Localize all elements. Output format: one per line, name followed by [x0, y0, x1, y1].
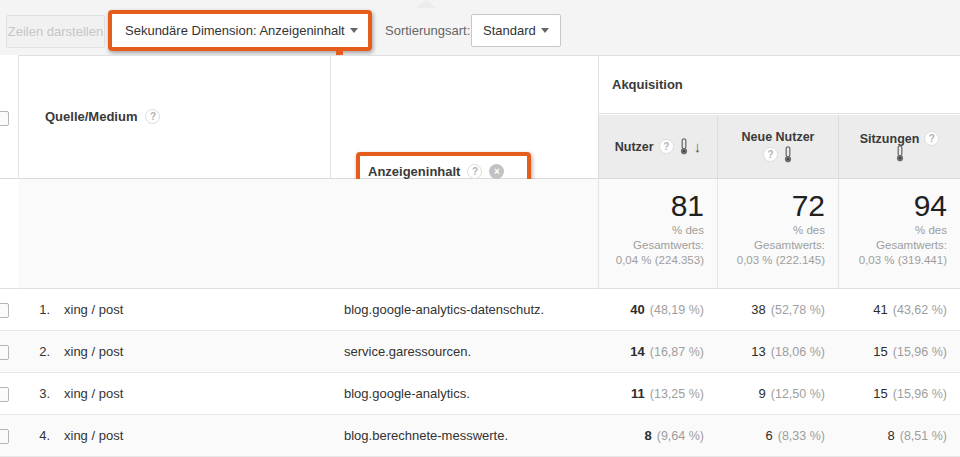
summary-users-pct: % des Gesamtwerts: 0,04 % (224.353) [599, 223, 704, 268]
source-medium-value: xing / post [64, 331, 123, 372]
acquisition-label: Akquisition [612, 77, 683, 92]
summary-new-users-pct: % des Gesamtwerts: 0,03 % (222.145) [718, 223, 825, 268]
row-checkbox[interactable] [0, 303, 9, 318]
thermometer-icon[interactable] [895, 145, 905, 162]
column-header-source-medium[interactable]: Quelle/Medium ? [18, 55, 330, 178]
row-index: 2. [22, 331, 50, 372]
summary-sessions-pct: % des Gesamtwerts: 0,03 % (319.441) [839, 223, 947, 268]
data-table: Quelle/Medium ? Anzeigeninhalt ? × Akqui… [0, 55, 960, 457]
help-icon[interactable]: ? [763, 147, 778, 162]
summary-sessions-value: 94 [839, 189, 947, 223]
new-users-label: Neue Nutzer [742, 130, 815, 144]
help-icon[interactable]: ? [467, 164, 482, 179]
ad-content-value: blog.google-analytics-datenschutz. [344, 289, 544, 330]
ad-content-value: blog.berechnete-messwerte. [344, 415, 508, 456]
users-cell: 14 (16,87 %) [598, 331, 717, 372]
sessions-cell: 41 (43,62 %) [838, 289, 960, 330]
table-row[interactable]: 2. xing / post service.garessourcen. 14 … [0, 331, 960, 373]
summary-users-value: 81 [599, 189, 704, 223]
chevron-down-icon [541, 28, 549, 33]
column-header-sessions[interactable]: Sitzungen ? [838, 115, 960, 178]
close-icon[interactable]: × [489, 164, 504, 179]
source-medium-value: xing / post [64, 415, 123, 456]
help-icon[interactable]: ? [924, 131, 939, 146]
new-users-cell: 9 (12,50 %) [717, 373, 838, 414]
users-cell: 11 (13,25 %) [598, 373, 717, 414]
summary-new-users-value: 72 [718, 189, 825, 223]
row-checkbox[interactable] [0, 429, 9, 444]
summary-row: 81 % des Gesamtwerts: 0,04 % (224.353) 7… [0, 178, 960, 289]
tooltip-caret [416, 0, 436, 8]
analytics-table-page: Zeilen darstellen Sekundäre Dimension: A… [0, 0, 960, 457]
sessions-cell: 15 (15,96 %) [838, 331, 960, 372]
table-body: 1. xing / post blog.google-analytics-dat… [0, 289, 960, 457]
table-row[interactable]: 1. xing / post blog.google-analytics-dat… [0, 289, 960, 331]
table-row[interactable]: 3. xing / post blog.google-analytics. 11… [0, 373, 960, 415]
show-rows-button[interactable]: Zeilen darstellen [6, 15, 105, 48]
ad-content-value: blog.google-analytics. [344, 373, 470, 414]
row-checkbox[interactable] [0, 345, 9, 360]
new-users-cell: 13 (18,06 %) [717, 331, 838, 372]
new-users-cell: 38 (52,78 %) [717, 289, 838, 330]
select-all-checkbox[interactable] [0, 111, 9, 126]
source-medium-value: xing / post [64, 373, 123, 414]
table-row[interactable]: 4. xing / post blog.berechnete-messwerte… [0, 415, 960, 457]
sessions-cell: 8 (8,51 %) [838, 415, 960, 456]
summary-new-users: 72 % des Gesamtwerts: 0,03 % (222.145) [717, 179, 838, 288]
users-cell: 8 (9,64 %) [598, 415, 717, 456]
sessions-label: Sitzungen [860, 132, 920, 146]
summary-spacer [18, 179, 598, 288]
column-header-new-users[interactable]: Neue Nutzer ? [717, 115, 838, 178]
divider [330, 55, 331, 178]
sessions-cell: 15 (15,96 %) [838, 373, 960, 414]
metric-header-row: Nutzer ? ↓ Neue Nutzer ? [598, 115, 960, 178]
secondary-dimension-dropdown[interactable]: Sekundäre Dimension: Anzeigeninhalt [112, 14, 368, 47]
summary-users: 81 % des Gesamtwerts: 0,04 % (224.353) [598, 179, 717, 288]
users-label: Nutzer [615, 140, 654, 154]
group-header-acquisition: Akquisition [598, 55, 960, 114]
new-users-cell: 6 (8,33 %) [717, 415, 838, 456]
column-header-users[interactable]: Nutzer ? ↓ [598, 115, 717, 178]
toolbar: Zeilen darstellen Sekundäre Dimension: A… [0, 0, 960, 55]
row-index: 4. [22, 415, 50, 456]
thermometer-icon[interactable] [783, 146, 793, 163]
summary-sessions: 94 % des Gesamtwerts: 0,03 % (319.441) [838, 179, 960, 288]
source-medium-label: Quelle/Medium [45, 109, 137, 124]
users-cell: 40 (48,19 %) [598, 289, 717, 330]
sort-type-dropdown[interactable]: Standard [471, 14, 561, 47]
source-medium-value: xing / post [64, 289, 123, 330]
sort-desc-icon[interactable]: ↓ [694, 139, 702, 154]
secondary-dimension-label: Sekundäre Dimension: Anzeigeninhalt [125, 23, 345, 38]
sort-type-value: Standard [483, 23, 536, 38]
row-index: 3. [22, 373, 50, 414]
row-checkbox[interactable] [0, 387, 9, 402]
chevron-down-icon [350, 28, 358, 33]
help-icon[interactable]: ? [145, 109, 160, 124]
thermometer-icon[interactable] [679, 138, 689, 155]
help-icon[interactable]: ? [659, 139, 674, 154]
row-index: 1. [22, 289, 50, 330]
annotation-box-secondary-dimension: Sekundäre Dimension: Anzeigeninhalt [108, 10, 372, 51]
ad-content-value: service.garessourcen. [344, 331, 471, 372]
ad-content-label: Anzeigeninhalt [368, 164, 460, 179]
sort-type-label: Sortierungsart: [385, 15, 470, 46]
